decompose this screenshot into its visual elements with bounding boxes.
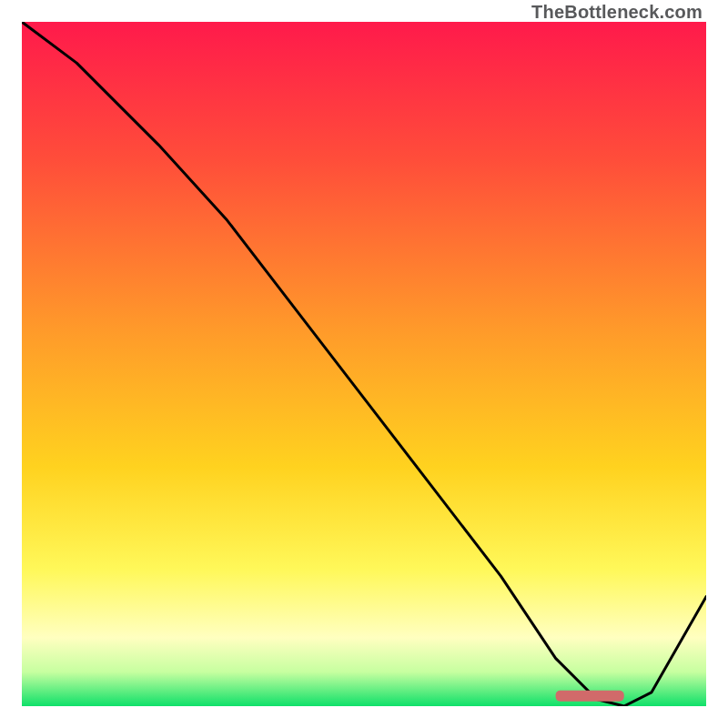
optimal-marker [556,691,624,702]
heat-background [22,22,706,706]
watermark-text: TheBottleneck.com [531,2,703,23]
chart-frame [22,22,706,706]
bottleneck-chart [22,22,706,706]
